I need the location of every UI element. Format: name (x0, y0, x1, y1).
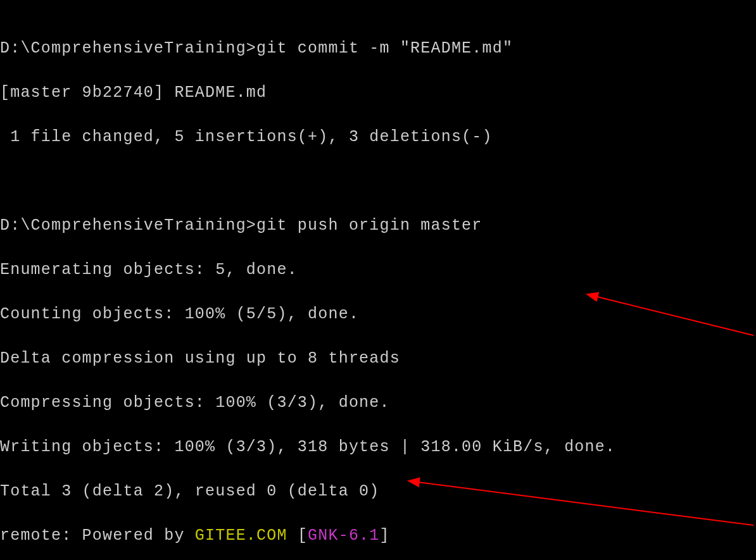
terminal-line: D:\ComprehensiveTraining>git push origin… (0, 215, 756, 237)
command-text: git commit -m "README.md" (256, 39, 513, 58)
prompt-path: D:\ComprehensiveTraining> (0, 216, 256, 235)
terminal-line: Writing objects: 100% (3/3), 318 bytes |… (0, 436, 756, 458)
command-text: git push origin master (256, 216, 482, 235)
output-text: ] (380, 526, 390, 545)
output-text: remote: Powered by (0, 526, 195, 545)
terminal-line: [master 9b22740] README.md (0, 82, 756, 104)
terminal-line: D:\ComprehensiveTraining>git commit -m "… (0, 37, 756, 59)
terminal-line: 1 file changed, 5 insertions(+), 3 delet… (0, 126, 756, 148)
terminal-line: Total 3 (delta 2), reused 0 (delta 0) (0, 480, 756, 502)
output-text: Writing objects: 100% (3/3), 318 bytes |… (0, 438, 615, 456)
output-text: Compressing objects: 100% (3/3), done. (0, 394, 390, 412)
terminal-line: Counting objects: 100% (5/5), done. (0, 303, 756, 325)
output-text: [master 9b22740] README.md (0, 84, 267, 102)
prompt-path: D:\ComprehensiveTraining> (0, 39, 256, 58)
terminal-line: Delta compression using up to 8 threads (0, 347, 756, 370)
output-text: 1 file changed, 5 insertions(+), 3 delet… (0, 128, 493, 146)
terminal-window[interactable]: D:\ComprehensiveTraining>git commit -m "… (0, 0, 756, 560)
gitee-label: GITEE.COM (195, 526, 287, 545)
output-text: Enumerating objects: 5, done. (0, 261, 298, 279)
output-text: Delta compression using up to 8 threads (0, 349, 400, 368)
terminal-line (0, 170, 756, 192)
terminal-line: remote: Powered by GITEE.COM [GNK-6.1] (0, 525, 756, 547)
terminal-line: Enumerating objects: 5, done. (0, 259, 756, 281)
output-text: [ (287, 526, 308, 545)
gnk-label: GNK-6.1 (308, 526, 379, 545)
terminal-line: Compressing objects: 100% (3/3), done. (0, 392, 756, 414)
output-text: Counting objects: 100% (5/5), done. (0, 305, 359, 323)
output-text: Total 3 (delta 2), reused 0 (delta 0) (0, 482, 380, 501)
